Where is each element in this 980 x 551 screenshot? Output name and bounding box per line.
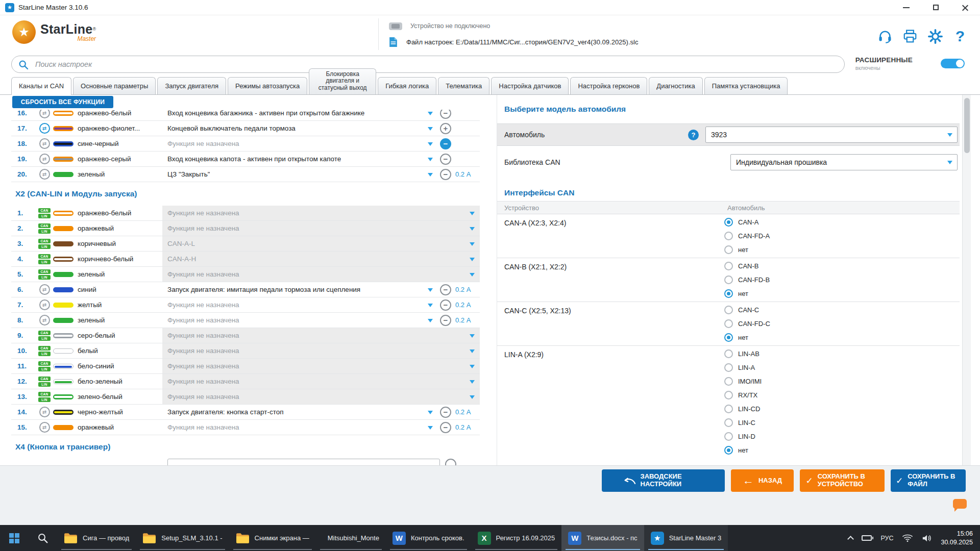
radio-button[interactable] xyxy=(724,377,733,386)
tab-1[interactable]: Основные параметры xyxy=(73,77,156,94)
add-function-button[interactable]: + xyxy=(440,123,451,134)
function-dropdown[interactable]: Функция не назначена xyxy=(162,420,438,435)
remove-function-button[interactable]: − xyxy=(440,315,451,326)
maximize-button[interactable] xyxy=(921,0,950,15)
search-input[interactable] xyxy=(35,57,831,72)
remove-function-button[interactable]: − xyxy=(440,138,451,149)
tab-4[interactable]: Блокировка двигателя и статусный выход xyxy=(309,68,376,94)
radio-option[interactable]: CAN-FD-A xyxy=(724,229,960,243)
settings-gear-icon[interactable] xyxy=(926,28,944,45)
battery-icon[interactable] xyxy=(862,535,872,541)
tab-0[interactable]: Каналы и CAN xyxy=(11,77,71,95)
taskbar-item[interactable]: Сига — провод xyxy=(57,525,136,551)
remove-function-button[interactable]: − xyxy=(440,169,451,180)
car-model-dropdown[interactable]: 3923 xyxy=(705,127,958,143)
tab-9[interactable]: Диагностика xyxy=(649,77,702,94)
print-icon[interactable] xyxy=(901,28,919,45)
taskbar-item[interactable]: WТезисы.docx - пс xyxy=(561,525,644,551)
function-dropdown[interactable]: Запуск двигателя: кнопка старт-стоп xyxy=(162,405,438,419)
tab-3[interactable]: Режимы автозапуска xyxy=(228,77,307,94)
radio-option[interactable]: LIN-AB xyxy=(724,347,960,361)
radio-option[interactable]: нет xyxy=(724,443,960,457)
chat-bubble-button[interactable] xyxy=(953,499,967,509)
radio-button[interactable] xyxy=(724,319,733,328)
wifi-icon[interactable] xyxy=(902,534,913,542)
car-help-icon[interactable]: ? xyxy=(688,130,699,140)
radio-button[interactable] xyxy=(724,405,733,413)
tab-10[interactable]: Памятка установщика xyxy=(704,77,788,94)
tab-7[interactable]: Настройка датчиков xyxy=(491,77,569,94)
taskbar-item[interactable]: WКонтроль сроков. xyxy=(386,525,471,551)
radio-option[interactable]: нет xyxy=(724,331,960,344)
support-headset-icon[interactable] xyxy=(876,28,894,45)
function-dropdown[interactable]: Вход концевика багажника - активен при о… xyxy=(162,110,438,120)
radio-button[interactable] xyxy=(724,333,733,342)
tab-8[interactable]: Настройка герконов xyxy=(570,77,647,94)
radio-button[interactable] xyxy=(724,363,733,372)
radio-button[interactable] xyxy=(724,262,733,270)
function-dropdown[interactable]: Функция не назначена xyxy=(162,313,438,328)
radio-option[interactable]: IMO/IMI xyxy=(724,374,960,388)
reset-all-functions-button[interactable]: СБРОСИТЬ ВСЕ ФУНКЦИИ xyxy=(12,96,113,108)
save-to-device-button[interactable]: ✓ СОХРАНИТЬ В УСТРОЙСТВО xyxy=(800,469,885,492)
radio-button[interactable] xyxy=(724,391,733,399)
function-dropdown[interactable]: Функция не назначена xyxy=(162,136,438,151)
remove-function-button[interactable]: − xyxy=(440,154,451,165)
remove-function-button[interactable]: − xyxy=(440,110,451,119)
factory-settings-button[interactable]: ЗАВОДСКИЕ НАСТРОЙКИ xyxy=(602,469,725,492)
radio-button[interactable] xyxy=(724,245,733,254)
radio-option[interactable]: CAN-B xyxy=(724,259,960,273)
radio-button[interactable] xyxy=(724,276,733,284)
taskbar-item[interactable]: XРегистр 16.09.2025 xyxy=(471,525,562,551)
radio-button[interactable] xyxy=(724,218,733,227)
radio-option[interactable]: RX/TX xyxy=(724,388,960,402)
close-button[interactable] xyxy=(950,0,980,15)
taskbar-search-button[interactable] xyxy=(29,525,57,551)
taskbar-item[interactable]: Снимки экрана — xyxy=(229,525,316,551)
radio-button[interactable] xyxy=(724,232,733,240)
radio-option[interactable]: CAN-FD-B xyxy=(724,273,960,287)
remove-function-button[interactable]: − xyxy=(440,284,451,295)
advanced-toggle[interactable] xyxy=(941,59,965,68)
radio-button[interactable] xyxy=(724,432,733,441)
language-indicator[interactable]: РУС xyxy=(880,535,893,542)
help-icon[interactable]: ? xyxy=(951,28,969,45)
taskbar-item[interactable]: ★StarLine Master 3 xyxy=(644,525,728,551)
function-dropdown[interactable]: Запуск двигателя: имитация педали тормоз… xyxy=(162,282,438,297)
taskbar-item[interactable]: Setup_SLM_3.10.1 - xyxy=(136,525,229,551)
tab-5[interactable]: Гибкая логика xyxy=(378,77,436,94)
radio-option[interactable]: LIN-A xyxy=(724,361,960,374)
tab-6[interactable]: Телематика xyxy=(438,77,489,94)
can-library-dropdown[interactable]: Индивидуальная прошивка xyxy=(730,154,958,170)
radio-option[interactable]: LIN-D xyxy=(724,430,960,443)
taskbar-item[interactable]: Mitsubishi_Monte xyxy=(316,525,386,551)
tab-2[interactable]: Запуск двигателя xyxy=(157,77,226,94)
remove-function-button[interactable]: − xyxy=(440,407,451,418)
radio-option[interactable]: нет xyxy=(724,287,960,300)
function-dropdown[interactable]: Вход концевика капота - активен при откр… xyxy=(162,152,438,166)
remove-function-button[interactable]: − xyxy=(440,422,451,433)
start-button[interactable] xyxy=(0,525,29,551)
radio-option[interactable]: CAN-C xyxy=(724,303,960,317)
radio-option[interactable]: LIN-C xyxy=(724,416,960,430)
radio-button[interactable] xyxy=(724,349,733,358)
minimize-button[interactable] xyxy=(891,0,921,15)
radio-button[interactable] xyxy=(724,306,733,314)
radio-button[interactable] xyxy=(724,289,733,298)
back-button[interactable]: ← НАЗАД xyxy=(731,469,794,492)
function-dropdown[interactable]: Концевой выключатель педали тормоза xyxy=(162,121,438,136)
radio-option[interactable]: LIN-CD xyxy=(724,402,960,416)
volume-icon[interactable] xyxy=(922,534,932,543)
radio-button[interactable] xyxy=(724,446,733,455)
radio-option[interactable]: нет xyxy=(724,243,960,257)
radio-button[interactable] xyxy=(724,418,733,427)
scrollbar-thumb[interactable] xyxy=(964,98,970,153)
save-to-file-button[interactable]: ✓ СОХРАНИТЬ В ФАЙЛ xyxy=(891,469,966,492)
hidden-icons-chevron[interactable] xyxy=(848,536,854,542)
radio-option[interactable]: CAN-FD-C xyxy=(724,317,960,331)
function-dropdown[interactable]: Функция не назначена xyxy=(162,297,438,312)
remove-function-button[interactable]: − xyxy=(440,299,451,311)
function-dropdown[interactable]: ЦЗ "Закрыть" xyxy=(162,167,438,182)
clock[interactable]: 15:06 30.09.2025 xyxy=(941,530,973,546)
radio-option[interactable]: CAN-A xyxy=(724,215,960,229)
